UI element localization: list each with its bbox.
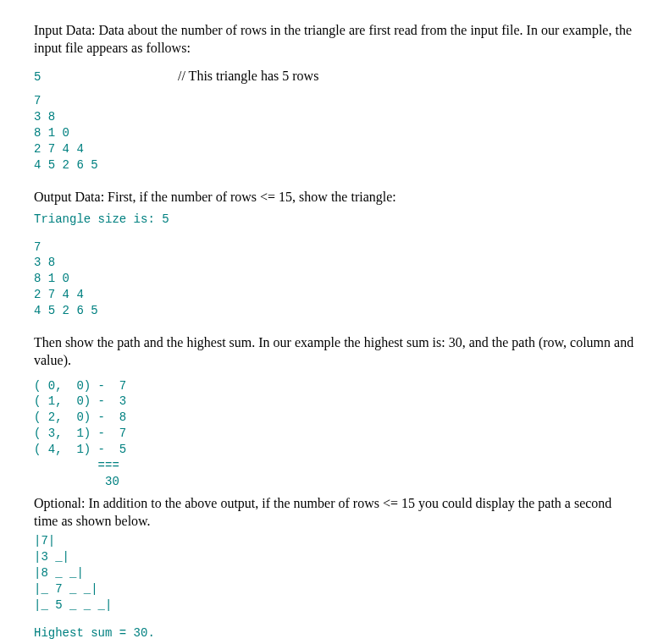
triangle-size-header: Triangle size is: 5 xyxy=(34,212,635,228)
input-comment: // This triangle has 5 rows xyxy=(178,68,318,85)
output-triangle-block: 7 3 8 8 1 0 2 7 4 4 4 5 2 6 5 xyxy=(34,239,635,319)
output-data-intro: Output Data: First, if the number of row… xyxy=(34,189,635,206)
input-data-intro: Input Data: Data about the number of row… xyxy=(34,22,635,58)
optional-display-block: |7| |3 _| |8 _ _| |_ 7 _ _| |_ 5 _ _ _| xyxy=(34,533,635,613)
path-intro: Then show the path and the highest sum. … xyxy=(34,334,635,370)
input-first-value: 5 xyxy=(34,69,178,85)
optional-intro: Optional: In addition to the above outpu… xyxy=(34,495,635,531)
input-file-block: 7 3 8 8 1 0 2 7 4 4 4 5 2 6 5 xyxy=(34,93,635,173)
path-block: ( 0, 0) - 7 ( 1, 0) - 3 ( 2, 0) - 8 ( 3,… xyxy=(34,378,635,490)
highest-sum-footer: Highest sum = 30. xyxy=(34,625,635,641)
